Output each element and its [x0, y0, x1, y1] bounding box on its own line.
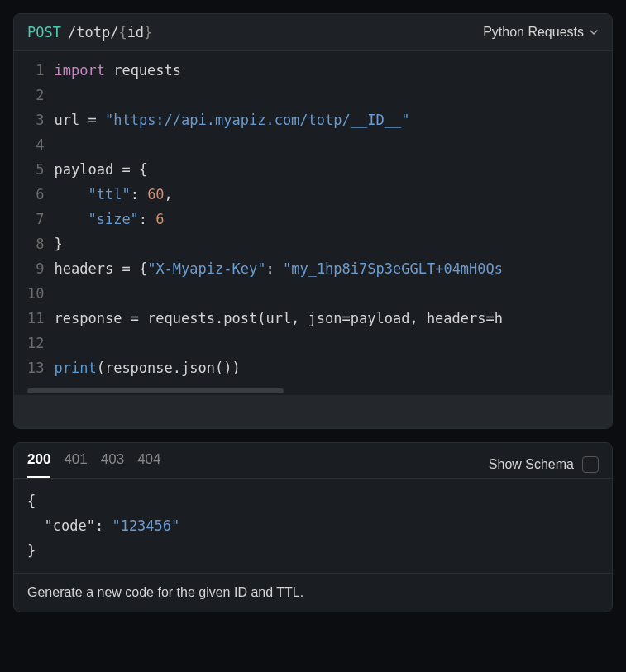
response-description: Generate a new code for the given ID and…	[14, 573, 612, 612]
status-tab-403[interactable]: 403	[101, 451, 124, 478]
line-number: 10	[27, 281, 44, 306]
line-number: 11	[27, 306, 44, 331]
line-number: 1	[27, 58, 44, 83]
line-number: 3	[27, 107, 44, 132]
schema-toggle: Show Schema	[489, 456, 599, 473]
status-tab-401[interactable]: 401	[64, 451, 87, 478]
endpoint-path: /totp/{id}	[68, 24, 152, 41]
response-header: 200401403404 Show Schema	[14, 443, 612, 478]
status-tab-200[interactable]: 200	[27, 451, 50, 478]
line-number: 7	[27, 207, 44, 231]
scrollbar-thumb[interactable]	[27, 388, 284, 393]
http-method: POST	[27, 24, 61, 41]
line-number: 9	[27, 256, 44, 281]
request-panel-header: POST /totp/{id} Python Requests	[14, 14, 612, 51]
response-body: { "code": "123456" }	[14, 479, 612, 573]
status-tab-404[interactable]: 404	[137, 451, 160, 478]
language-label: Python Requests	[483, 25, 584, 40]
line-number: 5	[27, 157, 44, 182]
schema-label: Show Schema	[489, 457, 574, 472]
line-number: 13	[27, 355, 44, 380]
line-number-gutter: 12345678910111213	[14, 58, 54, 380]
panel-footer	[14, 395, 612, 428]
line-number: 4	[27, 132, 44, 157]
line-number: 12	[27, 331, 44, 355]
language-select[interactable]: Python Requests	[483, 25, 599, 40]
schema-checkbox[interactable]	[582, 456, 599, 473]
horizontal-scrollbar[interactable]	[14, 387, 612, 395]
request-panel: POST /totp/{id} Python Requests 12345678…	[13, 13, 613, 429]
line-number: 2	[27, 83, 44, 107]
code-content: import requests url = "https://api.myapi…	[54, 58, 516, 380]
response-panel: 200401403404 Show Schema { "code": "1234…	[13, 442, 613, 612]
chevron-down-icon	[589, 27, 599, 37]
endpoint: POST /totp/{id}	[27, 24, 152, 41]
code-editor[interactable]: 12345678910111213 import requests url = …	[14, 51, 612, 387]
status-tabs: 200401403404	[27, 451, 161, 478]
line-number: 8	[27, 231, 44, 256]
line-number: 6	[27, 182, 44, 207]
